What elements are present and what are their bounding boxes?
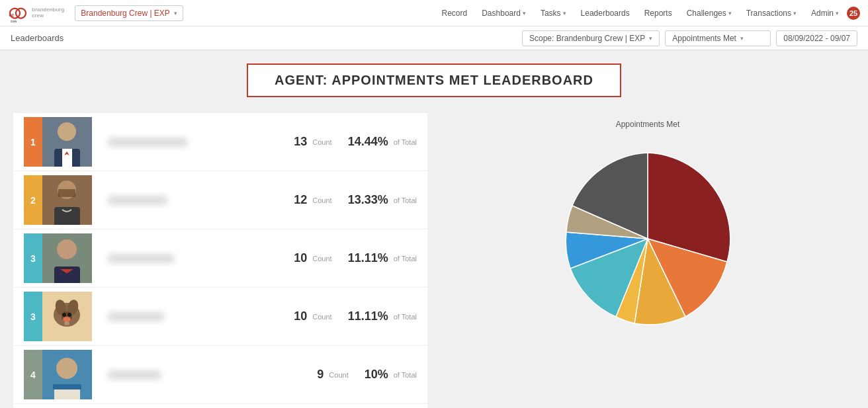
rank-badge-3a: 3 <box>24 233 42 283</box>
svg-point-14 <box>57 239 77 259</box>
stats-3b: 10 Count 11.11% of Total <box>294 309 417 323</box>
avatar-2 <box>42 175 92 225</box>
name-blurred-2 <box>108 196 167 205</box>
transactions-chevron: ▾ <box>793 10 797 17</box>
nav-item-transactions[interactable]: Transactions ▾ <box>740 5 803 22</box>
stats-1: 13 Count 14.44% of Total <box>294 135 417 149</box>
challenges-chevron: ▾ <box>728 10 732 17</box>
rank-badge-4: 4 <box>24 350 42 399</box>
pie-chart <box>548 140 747 340</box>
svg-point-26 <box>56 358 77 379</box>
name-4 <box>100 370 309 380</box>
svg-text:crew: crew <box>11 19 17 22</box>
chart-area: Appointments Met <box>441 113 855 408</box>
nav-item-reports[interactable]: Reports <box>638 5 679 22</box>
name-2 <box>100 196 286 205</box>
type-label: Appointments Met <box>672 34 736 43</box>
avatar-3b <box>42 292 92 341</box>
rank-avatar-4: 4 <box>24 350 92 399</box>
svg-rect-11 <box>54 207 80 225</box>
svg-rect-12 <box>58 189 75 197</box>
org-selector[interactable]: Brandenburg Crew | EXP ▾ <box>75 5 183 21</box>
svg-point-1 <box>16 8 26 18</box>
org-selector-label: Brandenburg Crew | EXP <box>81 9 170 18</box>
rank-avatar-1: 1 <box>24 117 92 167</box>
table-row: 3 10 Count <box>13 229 427 288</box>
other-row: Other 36 Count 40% of Total <box>13 404 427 408</box>
rank-badge-1: 1 <box>24 117 42 167</box>
table-row: 2 12 <box>13 171 427 229</box>
page-title-box: AGENT: APPOINTMENTS MET LEADERBOARD <box>247 63 621 97</box>
org-selector-chevron: ▾ <box>174 10 177 17</box>
table-row: 3 <box>13 288 427 346</box>
name-blurred-4 <box>108 370 161 380</box>
scope-label: Scope: Brandenburg Crew | EXP <box>529 34 645 43</box>
dashboard-chevron: ▾ <box>523 10 526 17</box>
scope-chevron: ▾ <box>649 35 652 42</box>
notification-badge[interactable]: 25 <box>847 7 860 20</box>
name-blurred-3b <box>108 312 164 321</box>
brand-sub2: crew <box>32 13 64 19</box>
avatar-4 <box>42 350 92 399</box>
main-content: AGENT: APPOINTMENTS MET LEADERBOARD 1 <box>0 50 868 408</box>
stats-4: 9 Count 10% of Total <box>317 368 417 382</box>
svg-rect-7 <box>62 149 72 167</box>
rank-badge-3b: 3 <box>24 292 42 341</box>
avatar-3a <box>42 233 92 283</box>
brand-logo-icon: oc crew <box>8 3 28 23</box>
top-nav: oc crew brandenburg crew Brandenburg Cre… <box>0 0 868 26</box>
nav-item-record[interactable]: Record <box>435 5 474 22</box>
leaderboard-list: 1 <box>13 113 427 408</box>
nav-item-tasks[interactable]: Tasks ▾ <box>534 5 573 22</box>
stats-2: 12 Count 13.33% of Total <box>294 193 417 207</box>
nav-item-dashboard[interactable]: Dashboard ▾ <box>475 5 533 22</box>
rank-badge-2: 2 <box>24 175 42 225</box>
nav-item-leaderboards[interactable]: Leaderboards <box>574 5 636 22</box>
chart-title: Appointments Met <box>616 120 680 129</box>
svg-rect-15 <box>54 266 80 283</box>
name-blurred-1 <box>108 138 187 147</box>
type-chevron: ▾ <box>740 35 744 42</box>
svg-point-21 <box>63 317 71 322</box>
nav-item-challenges[interactable]: Challenges ▾ <box>680 5 738 22</box>
admin-chevron: ▾ <box>836 10 839 17</box>
type-selector[interactable]: Appointments Met ▾ <box>665 30 771 46</box>
svg-rect-28 <box>53 384 81 389</box>
nav-links: Record Dashboard ▾ Tasks ▾ Leaderboards … <box>196 5 860 22</box>
table-row: 1 <box>13 113 427 171</box>
stats-3a: 10 Count 11.11% of Total <box>294 251 417 265</box>
breadcrumb: Leaderboards <box>11 33 64 43</box>
scope-selector[interactable]: Scope: Brandenburg Crew | EXP ▾ <box>522 30 660 46</box>
avatar-1 <box>42 117 92 167</box>
svg-point-22 <box>62 313 66 317</box>
name-1 <box>100 138 286 147</box>
svg-point-23 <box>67 313 71 317</box>
table-row: 4 9 Count <box>13 346 427 404</box>
page-title: AGENT: APPOINTMENTS MET LEADERBOARD <box>275 73 593 88</box>
name-3b <box>100 312 286 321</box>
svg-point-24 <box>64 321 69 325</box>
svg-point-5 <box>58 122 76 141</box>
date-range[interactable]: 08/09/2022 - 09/07 <box>776 30 857 46</box>
sub-nav: Leaderboards Scope: Brandenburg Crew | E… <box>0 26 868 50</box>
name-3a <box>100 254 286 263</box>
logo-area: oc crew brandenburg crew <box>8 3 64 23</box>
rank-avatar-2: 2 <box>24 175 92 225</box>
svg-text:oc: oc <box>9 12 15 17</box>
rank-avatar-3b: 3 <box>24 292 92 341</box>
rank-avatar-3a: 3 <box>24 233 92 283</box>
name-blurred-3a <box>108 254 174 263</box>
tasks-chevron: ▾ <box>563 10 566 17</box>
nav-item-admin[interactable]: Admin ▾ <box>804 5 846 22</box>
content-area: 1 <box>13 113 855 408</box>
sub-nav-controls: Scope: Brandenburg Crew | EXP ▾ Appointm… <box>522 30 857 46</box>
